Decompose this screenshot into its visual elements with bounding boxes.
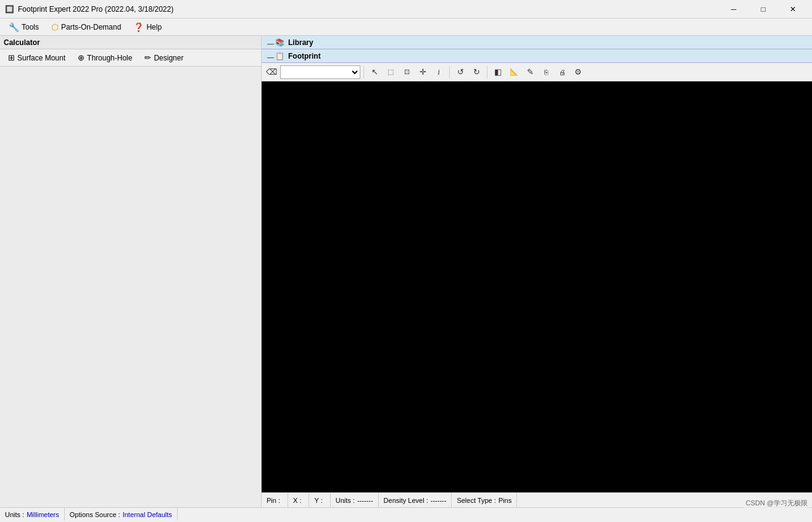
units-status: Units : ------- xyxy=(331,493,379,507)
designer-icon: ✏ xyxy=(144,53,151,62)
menu-help[interactable]: ❓ Help xyxy=(127,19,168,36)
watermark: CSDN @学习无极限 xyxy=(744,498,810,508)
minimize-button[interactable]: ─ xyxy=(719,1,748,18)
copy-btn[interactable]: ⎘ xyxy=(539,65,553,80)
info-btn[interactable]: i xyxy=(431,65,446,80)
toolbar-sep-2 xyxy=(449,66,450,78)
zoom-area-btn[interactable]: ⬚ xyxy=(383,65,398,80)
through-hole-icon: ⊕ xyxy=(78,53,85,62)
layer-select[interactable] xyxy=(280,65,360,79)
footprint-toolbar: ⌫ ↖ ⬚ ⊡ ✛ i ↺ ↻ ◧ 📐 ✎ ⎘ 🖨 ⚙ xyxy=(262,63,812,81)
bottom-units-label: Units : xyxy=(5,511,24,518)
through-hole-label: Through-Hole xyxy=(87,54,132,62)
undo-btn[interactable]: ↺ xyxy=(453,65,468,80)
x-label: X : xyxy=(293,497,301,504)
menu-tools[interactable]: 🔧 Tools xyxy=(2,19,45,36)
bottom-bar: Units : Millimeters Options Source : Int… xyxy=(0,507,812,521)
select-type-status: Select Type : Pins xyxy=(452,493,517,507)
layers-btn[interactable]: ◧ xyxy=(491,65,505,80)
library-header: — 📚 Library xyxy=(262,36,812,49)
zoom-fit-btn[interactable]: ⊡ xyxy=(399,65,414,80)
move-btn[interactable]: ✛ xyxy=(415,65,430,80)
toolbar-sep-1 xyxy=(363,66,364,78)
title-bar-controls: ─ □ ✕ xyxy=(719,1,807,18)
bottom-options: Options Source : Internal Defaults xyxy=(65,508,178,521)
tab-through-hole[interactable]: ⊕ Through-Hole xyxy=(72,50,138,66)
calculator-tabs: ⊞ Surface Mount ⊕ Through-Hole ✏ Designe… xyxy=(0,49,261,67)
app-title: Footprint Expert 2022 Pro (2022.04, 3/18… xyxy=(18,5,173,14)
calculator-title: Calculator xyxy=(4,38,40,47)
select-type-value: Pins xyxy=(499,497,512,504)
cursor-btn[interactable]: ↖ xyxy=(367,65,382,80)
units-value: ------- xyxy=(357,497,373,504)
title-bar: 🔲 Footprint Expert 2022 Pro (2022.04, 3/… xyxy=(0,0,812,19)
parts-icon: ⬡ xyxy=(51,23,59,31)
parts-label: Parts-On-Demand xyxy=(61,23,121,31)
pin-status: Pin : xyxy=(267,493,288,507)
footprint-header: — 📋 Footprint xyxy=(262,49,812,63)
left-panel-content xyxy=(0,67,261,507)
calculator-header: Calculator xyxy=(0,36,261,49)
close-button[interactable]: ✕ xyxy=(779,1,807,18)
title-bar-left: 🔲 Footprint Expert 2022 Pro (2022.04, 3/… xyxy=(5,5,173,14)
help-icon: ❓ xyxy=(133,23,144,31)
designer-label: Designer xyxy=(154,54,183,62)
library-title: Library xyxy=(288,38,313,47)
menu-bar: 🔧 Tools ⬡ Parts-On-Demand ❓ Help xyxy=(0,19,812,36)
footprint-collapse-btn[interactable]: — xyxy=(265,53,271,59)
redo-btn[interactable]: ↻ xyxy=(469,65,484,80)
tools-icon: 🔧 xyxy=(9,23,19,31)
surface-mount-icon: ⊞ xyxy=(8,53,15,62)
right-panel: — 📚 Library — 📋 Footprint ⌫ ↖ ⬚ ⊡ ✛ i ↺ … xyxy=(262,36,812,507)
bottom-units-value: Millimeters xyxy=(27,511,59,518)
density-value: ------- xyxy=(431,497,447,504)
maximize-button[interactable]: □ xyxy=(749,1,777,18)
help-label: Help xyxy=(146,23,162,31)
density-status: Density Level : ------- xyxy=(379,493,452,507)
units-label: Units : xyxy=(336,497,355,504)
edit-btn[interactable]: ✎ xyxy=(523,65,537,80)
print-btn[interactable]: 🖨 xyxy=(555,65,570,80)
app-icon: 🔲 xyxy=(5,5,14,14)
pin-label: Pin : xyxy=(267,497,280,504)
main-layout: Calculator ⊞ Surface Mount ⊕ Through-Hol… xyxy=(0,36,812,507)
canvas-area xyxy=(262,81,812,492)
x-status: X : xyxy=(288,493,309,507)
tools-label: Tools xyxy=(22,23,39,31)
select-type-label: Select Type : xyxy=(457,497,495,504)
library-icon: 📚 xyxy=(275,38,284,47)
bottom-options-value: Internal Defaults xyxy=(123,511,172,518)
tab-designer[interactable]: ✏ Designer xyxy=(139,50,189,66)
eraser-btn[interactable]: ⌫ xyxy=(264,65,279,80)
measure-btn[interactable]: 📐 xyxy=(507,65,521,80)
left-panel: Calculator ⊞ Surface Mount ⊕ Through-Hol… xyxy=(0,36,262,507)
surface-mount-label: Surface Mount xyxy=(17,54,65,62)
toolbar-sep-3 xyxy=(487,66,487,78)
tab-surface-mount[interactable]: ⊞ Surface Mount xyxy=(2,50,71,66)
footprint-icon: 📋 xyxy=(275,52,284,60)
y-label: Y : xyxy=(314,497,322,504)
settings-btn[interactable]: ⚙ xyxy=(571,65,586,80)
bottom-options-label: Options Source : xyxy=(70,511,120,518)
bottom-units: Units : Millimeters xyxy=(5,508,65,521)
menu-parts-on-demand[interactable]: ⬡ Parts-On-Demand xyxy=(45,19,127,36)
y-status: Y : xyxy=(309,493,330,507)
status-bar: Pin : X : Y : Units : ------- Density Le… xyxy=(262,492,812,507)
library-collapse-btn[interactable]: — xyxy=(265,39,271,46)
footprint-title: Footprint xyxy=(288,52,321,60)
density-label: Density Level : xyxy=(384,497,428,504)
